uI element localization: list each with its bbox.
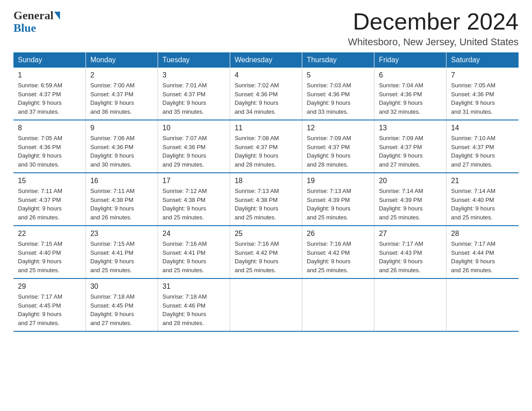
day-info: Sunrise: 7:13 AM Sunset: 4:38 PM Dayligh… [235,187,297,222]
day-number: 8 [18,124,81,132]
day-info: Sunrise: 7:05 AM Sunset: 4:36 PM Dayligh… [451,81,514,116]
sunrise-label: Sunrise: 7:00 AM [90,82,135,89]
calendar-day-cell: 6 Sunrise: 7:04 AM Sunset: 4:36 PM Dayli… [374,68,446,120]
sunset-label: Sunset: 4:37 PM [18,197,61,203]
calendar-day-cell: 25 Sunrise: 7:16 AM Sunset: 4:42 PM Dayl… [230,226,302,278]
sunset-label: Sunset: 4:45 PM [90,302,133,309]
calendar-day-cell: 8 Sunrise: 7:05 AM Sunset: 4:36 PM Dayli… [13,120,86,173]
calendar-day-cell: 1 Sunrise: 6:59 AM Sunset: 4:37 PM Dayli… [13,68,86,120]
day-info: Sunrise: 7:16 AM Sunset: 4:41 PM Dayligh… [163,240,225,274]
day-info: Sunrise: 7:10 AM Sunset: 4:37 PM Dayligh… [451,134,514,169]
daylight-label: Daylight: 9 hours [235,99,279,106]
calendar-week-row: 29 Sunrise: 7:17 AM Sunset: 4:45 PM Dayl… [13,278,519,331]
day-number: 27 [379,230,442,238]
daylight-label: Daylight: 9 hours [163,152,206,159]
sunrise-label: Sunrise: 7:12 AM [163,188,207,194]
day-info: Sunrise: 7:14 AM Sunset: 4:39 PM Dayligh… [379,187,442,222]
day-number: 28 [451,230,514,238]
calendar-day-cell: 7 Sunrise: 7:05 AM Sunset: 4:36 PM Dayli… [446,68,519,120]
daylight-minutes: and 37 minutes. [18,108,60,115]
daylight-label: Daylight: 9 hours [379,99,423,106]
daylight-minutes: and 25 minutes. [90,267,132,274]
day-info: Sunrise: 7:09 AM Sunset: 4:37 PM Dayligh… [307,134,369,169]
daylight-minutes: and 25 minutes. [235,267,276,274]
calendar-day-cell: 3 Sunrise: 7:01 AM Sunset: 4:37 PM Dayli… [158,68,230,120]
day-number: 2 [90,71,153,79]
day-info: Sunrise: 7:08 AM Sunset: 4:37 PM Dayligh… [235,134,297,169]
daylight-minutes: and 26 minutes. [451,267,493,274]
daylight-label: Daylight: 9 hours [307,152,351,159]
daylight-label: Daylight: 9 hours [451,152,495,159]
calendar-day-cell [446,278,519,331]
sunset-label: Sunset: 4:44 PM [451,249,494,256]
sunset-label: Sunset: 4:36 PM [307,91,350,98]
sunrise-label: Sunrise: 7:18 AM [163,293,207,300]
daylight-label: Daylight: 9 hours [451,258,495,265]
day-info: Sunrise: 7:11 AM Sunset: 4:37 PM Dayligh… [18,187,81,222]
sunrise-label: Sunrise: 7:16 AM [307,240,351,247]
calendar-day-cell: 13 Sunrise: 7:09 AM Sunset: 4:37 PM Dayl… [374,120,446,173]
sunrise-label: Sunrise: 7:16 AM [163,240,207,247]
calendar-day-cell: 19 Sunrise: 7:13 AM Sunset: 4:39 PM Dayl… [302,173,374,226]
calendar-day-cell [302,278,374,331]
calendar-day-cell: 31 Sunrise: 7:18 AM Sunset: 4:46 PM Dayl… [158,278,230,331]
calendar-week-row: 1 Sunrise: 6:59 AM Sunset: 4:37 PM Dayli… [13,68,519,120]
day-info: Sunrise: 7:16 AM Sunset: 4:42 PM Dayligh… [235,240,297,274]
calendar-day-cell: 26 Sunrise: 7:16 AM Sunset: 4:42 PM Dayl… [302,226,374,278]
sunset-label: Sunset: 4:38 PM [90,197,133,203]
daylight-label: Daylight: 9 hours [379,152,423,159]
sunrise-label: Sunrise: 7:13 AM [307,188,351,194]
day-number: 21 [451,177,514,185]
sunrise-label: Sunrise: 7:15 AM [90,240,135,247]
daylight-label: Daylight: 9 hours [163,311,206,317]
calendar-day-cell: 18 Sunrise: 7:13 AM Sunset: 4:38 PM Dayl… [230,173,302,226]
daylight-minutes: and 33 minutes. [307,108,348,115]
daylight-minutes: and 27 minutes. [90,320,132,326]
calendar-day-cell: 23 Sunrise: 7:15 AM Sunset: 4:41 PM Dayl… [86,226,158,278]
daylight-minutes: and 35 minutes. [163,108,204,115]
weekday-header-row: SundayMondayTuesdayWednesdayThursdayFrid… [13,52,519,68]
daylight-minutes: and 25 minutes. [379,214,420,221]
daylight-minutes: and 25 minutes. [18,267,60,274]
sunset-label: Sunset: 4:40 PM [451,197,494,203]
daylight-minutes: and 25 minutes. [163,214,204,221]
daylight-minutes: and 36 minutes. [90,108,132,115]
daylight-label: Daylight: 9 hours [18,258,62,265]
day-number: 10 [163,124,225,132]
calendar-day-cell: 12 Sunrise: 7:09 AM Sunset: 4:37 PM Dayl… [302,120,374,173]
sunset-label: Sunset: 4:37 PM [451,144,494,150]
daylight-label: Daylight: 9 hours [379,258,423,265]
calendar-day-cell [374,278,446,331]
weekday-header-thursday: Thursday [302,52,374,68]
day-info: Sunrise: 7:00 AM Sunset: 4:37 PM Dayligh… [90,81,153,116]
sunset-label: Sunset: 4:36 PM [163,144,206,150]
sunset-label: Sunset: 4:36 PM [379,91,422,98]
sunrise-label: Sunrise: 7:05 AM [451,82,495,89]
sunrise-label: Sunrise: 7:13 AM [235,188,279,194]
day-info: Sunrise: 7:17 AM Sunset: 4:45 PM Dayligh… [18,292,81,327]
weekday-header-sunday: Sunday [13,52,86,68]
day-info: Sunrise: 7:17 AM Sunset: 4:44 PM Dayligh… [451,240,514,274]
calendar-week-row: 15 Sunrise: 7:11 AM Sunset: 4:37 PM Dayl… [13,173,519,226]
location-title: Whitesboro, New Jersey, United States [348,36,519,48]
day-number: 22 [18,230,81,238]
sunset-label: Sunset: 4:38 PM [235,197,278,203]
sunset-label: Sunset: 4:37 PM [379,144,422,150]
sunset-label: Sunset: 4:41 PM [90,249,133,256]
daylight-label: Daylight: 9 hours [90,205,134,212]
calendar-day-cell: 22 Sunrise: 7:15 AM Sunset: 4:40 PM Dayl… [13,226,86,278]
calendar-day-cell: 5 Sunrise: 7:03 AM Sunset: 4:36 PM Dayli… [302,68,374,120]
day-info: Sunrise: 7:11 AM Sunset: 4:38 PM Dayligh… [90,187,153,222]
sunset-label: Sunset: 4:40 PM [18,249,61,256]
logo-general: General [13,9,54,22]
calendar-day-cell: 10 Sunrise: 7:07 AM Sunset: 4:36 PM Dayl… [158,120,230,173]
day-number: 14 [451,124,514,132]
calendar-day-cell: 14 Sunrise: 7:10 AM Sunset: 4:37 PM Dayl… [446,120,519,173]
daylight-label: Daylight: 9 hours [18,311,62,317]
daylight-minutes: and 25 minutes. [235,214,276,221]
month-title: December 2024 [348,9,519,34]
daylight-minutes: and 26 minutes. [379,267,420,274]
day-number: 7 [451,71,514,79]
daylight-minutes: and 28 minutes. [307,161,348,168]
day-number: 4 [235,71,297,79]
